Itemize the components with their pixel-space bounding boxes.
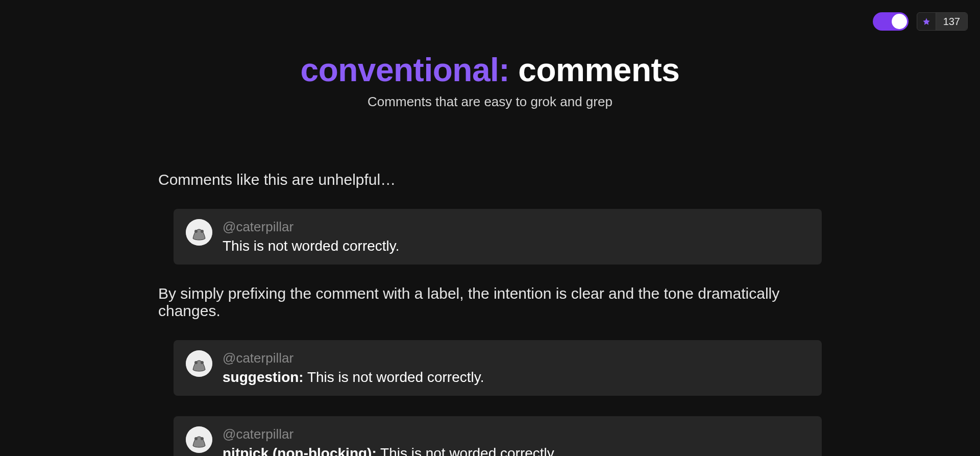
theme-toggle[interactable]: [873, 12, 909, 31]
comment-card: @caterpillar This is not worded correctl…: [174, 209, 822, 265]
avatar: [186, 426, 212, 453]
comment-username: @caterpillar: [223, 219, 400, 235]
page-title: conventional: comments: [0, 51, 980, 89]
toggle-knob: [892, 14, 907, 29]
star-badge[interactable]: 137: [917, 12, 968, 31]
intro-text-2: By simply prefixing the comment with a l…: [158, 285, 822, 320]
comment-username: @caterpillar: [223, 350, 484, 366]
comment-text-body: This is not worded correctly.: [377, 445, 557, 456]
svg-point-8: [201, 437, 204, 440]
comment-body: @caterpillar nitpick (non-blocking): Thi…: [223, 426, 557, 456]
star-icon: [917, 13, 936, 30]
comment-text-body: This is not worded correctly.: [304, 369, 484, 385]
main-content: Comments like this are unhelpful… @cater…: [138, 110, 842, 456]
comment-label: nitpick (non-blocking):: [223, 445, 377, 456]
svg-point-7: [194, 437, 198, 440]
hero: conventional: comments Comments that are…: [0, 0, 980, 110]
comment-body: @caterpillar suggestion: This is not wor…: [223, 350, 484, 386]
svg-point-1: [194, 230, 198, 233]
title-suffix: comments: [509, 52, 679, 88]
svg-point-4: [194, 361, 198, 364]
comment-body: @caterpillar This is not worded correctl…: [223, 219, 400, 254]
star-count: 137: [936, 13, 967, 30]
comment-label: suggestion:: [223, 369, 304, 385]
comment-text: nitpick (non-blocking): This is not word…: [223, 445, 557, 456]
comment-username: @caterpillar: [223, 426, 557, 442]
avatar: [186, 350, 212, 377]
comment-card: @caterpillar nitpick (non-blocking): Thi…: [174, 416, 822, 456]
title-prefix: conventional:: [301, 52, 510, 88]
avatar: [186, 219, 212, 246]
svg-point-5: [201, 361, 204, 364]
comment-text: suggestion: This is not worded correctly…: [223, 369, 484, 386]
intro-text-1: Comments like this are unhelpful…: [158, 171, 822, 188]
comment-text: This is not worded correctly.: [223, 238, 400, 254]
comment-card: @caterpillar suggestion: This is not wor…: [174, 340, 822, 396]
top-bar: 137: [873, 12, 968, 31]
svg-point-2: [201, 230, 204, 233]
subtitle: Comments that are easy to grok and grep: [0, 94, 980, 110]
